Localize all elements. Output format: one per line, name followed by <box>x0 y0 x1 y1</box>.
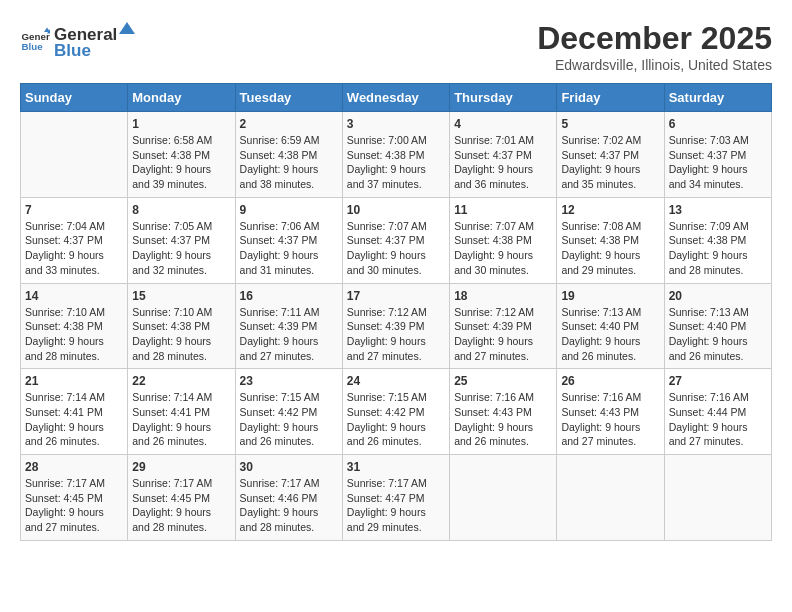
svg-marker-4 <box>119 22 135 34</box>
day-number: 10 <box>347 203 445 217</box>
day-info: Sunrise: 7:00 AM Sunset: 4:38 PM Dayligh… <box>347 133 445 192</box>
day-info: Sunrise: 7:08 AM Sunset: 4:38 PM Dayligh… <box>561 219 659 278</box>
day-number: 8 <box>132 203 230 217</box>
logo: General Blue General Blue <box>20 20 137 61</box>
day-number: 26 <box>561 374 659 388</box>
location-subtitle: Edwardsville, Illinois, United States <box>537 57 772 73</box>
day-info: Sunrise: 7:12 AM Sunset: 4:39 PM Dayligh… <box>454 305 552 364</box>
calendar-cell: 22Sunrise: 7:14 AM Sunset: 4:41 PM Dayli… <box>128 369 235 455</box>
page-header: General Blue General Blue December 2025 … <box>20 20 772 73</box>
day-number: 24 <box>347 374 445 388</box>
day-info: Sunrise: 7:17 AM Sunset: 4:45 PM Dayligh… <box>132 476 230 535</box>
day-info: Sunrise: 7:11 AM Sunset: 4:39 PM Dayligh… <box>240 305 338 364</box>
day-info: Sunrise: 7:13 AM Sunset: 4:40 PM Dayligh… <box>561 305 659 364</box>
calendar-cell: 24Sunrise: 7:15 AM Sunset: 4:42 PM Dayli… <box>342 369 449 455</box>
day-number: 20 <box>669 289 767 303</box>
calendar-cell: 13Sunrise: 7:09 AM Sunset: 4:38 PM Dayli… <box>664 197 771 283</box>
day-info: Sunrise: 7:15 AM Sunset: 4:42 PM Dayligh… <box>240 390 338 449</box>
calendar-cell: 18Sunrise: 7:12 AM Sunset: 4:39 PM Dayli… <box>450 283 557 369</box>
header-tuesday: Tuesday <box>235 84 342 112</box>
calendar-cell: 8Sunrise: 7:05 AM Sunset: 4:37 PM Daylig… <box>128 197 235 283</box>
calendar-cell: 7Sunrise: 7:04 AM Sunset: 4:37 PM Daylig… <box>21 197 128 283</box>
calendar-cell: 26Sunrise: 7:16 AM Sunset: 4:43 PM Dayli… <box>557 369 664 455</box>
day-number: 6 <box>669 117 767 131</box>
day-info: Sunrise: 6:59 AM Sunset: 4:38 PM Dayligh… <box>240 133 338 192</box>
calendar-cell <box>450 455 557 541</box>
header-thursday: Thursday <box>450 84 557 112</box>
day-info: Sunrise: 6:58 AM Sunset: 4:38 PM Dayligh… <box>132 133 230 192</box>
svg-text:Blue: Blue <box>22 41 44 52</box>
day-number: 25 <box>454 374 552 388</box>
calendar-cell: 3Sunrise: 7:00 AM Sunset: 4:38 PM Daylig… <box>342 112 449 198</box>
calendar-cell: 17Sunrise: 7:12 AM Sunset: 4:39 PM Dayli… <box>342 283 449 369</box>
day-number: 11 <box>454 203 552 217</box>
day-number: 9 <box>240 203 338 217</box>
calendar-cell: 9Sunrise: 7:06 AM Sunset: 4:37 PM Daylig… <box>235 197 342 283</box>
calendar-cell: 5Sunrise: 7:02 AM Sunset: 4:37 PM Daylig… <box>557 112 664 198</box>
day-number: 17 <box>347 289 445 303</box>
day-info: Sunrise: 7:10 AM Sunset: 4:38 PM Dayligh… <box>25 305 123 364</box>
calendar-cell: 20Sunrise: 7:13 AM Sunset: 4:40 PM Dayli… <box>664 283 771 369</box>
calendar-cell: 27Sunrise: 7:16 AM Sunset: 4:44 PM Dayli… <box>664 369 771 455</box>
calendar-cell: 15Sunrise: 7:10 AM Sunset: 4:38 PM Dayli… <box>128 283 235 369</box>
day-info: Sunrise: 7:02 AM Sunset: 4:37 PM Dayligh… <box>561 133 659 192</box>
day-info: Sunrise: 7:03 AM Sunset: 4:37 PM Dayligh… <box>669 133 767 192</box>
calendar-cell: 4Sunrise: 7:01 AM Sunset: 4:37 PM Daylig… <box>450 112 557 198</box>
calendar-cell: 29Sunrise: 7:17 AM Sunset: 4:45 PM Dayli… <box>128 455 235 541</box>
day-info: Sunrise: 7:16 AM Sunset: 4:43 PM Dayligh… <box>454 390 552 449</box>
calendar-week-row: 14Sunrise: 7:10 AM Sunset: 4:38 PM Dayli… <box>21 283 772 369</box>
calendar-cell: 1Sunrise: 6:58 AM Sunset: 4:38 PM Daylig… <box>128 112 235 198</box>
svg-text:General: General <box>22 30 51 41</box>
calendar-cell: 21Sunrise: 7:14 AM Sunset: 4:41 PM Dayli… <box>21 369 128 455</box>
calendar-cell: 10Sunrise: 7:07 AM Sunset: 4:37 PM Dayli… <box>342 197 449 283</box>
day-info: Sunrise: 7:17 AM Sunset: 4:47 PM Dayligh… <box>347 476 445 535</box>
day-number: 1 <box>132 117 230 131</box>
header-sunday: Sunday <box>21 84 128 112</box>
day-number: 15 <box>132 289 230 303</box>
calendar-cell: 11Sunrise: 7:07 AM Sunset: 4:38 PM Dayli… <box>450 197 557 283</box>
day-info: Sunrise: 7:07 AM Sunset: 4:37 PM Dayligh… <box>347 219 445 278</box>
logo-icon: General Blue <box>20 26 50 56</box>
calendar-cell: 28Sunrise: 7:17 AM Sunset: 4:45 PM Dayli… <box>21 455 128 541</box>
day-number: 22 <box>132 374 230 388</box>
day-number: 29 <box>132 460 230 474</box>
day-number: 23 <box>240 374 338 388</box>
day-number: 27 <box>669 374 767 388</box>
day-info: Sunrise: 7:17 AM Sunset: 4:46 PM Dayligh… <box>240 476 338 535</box>
calendar-table: SundayMondayTuesdayWednesdayThursdayFrid… <box>20 83 772 541</box>
calendar-cell: 31Sunrise: 7:17 AM Sunset: 4:47 PM Dayli… <box>342 455 449 541</box>
day-number: 16 <box>240 289 338 303</box>
calendar-cell: 2Sunrise: 6:59 AM Sunset: 4:38 PM Daylig… <box>235 112 342 198</box>
calendar-cell <box>664 455 771 541</box>
day-info: Sunrise: 7:16 AM Sunset: 4:43 PM Dayligh… <box>561 390 659 449</box>
day-info: Sunrise: 7:16 AM Sunset: 4:44 PM Dayligh… <box>669 390 767 449</box>
day-info: Sunrise: 7:12 AM Sunset: 4:39 PM Dayligh… <box>347 305 445 364</box>
calendar-cell: 23Sunrise: 7:15 AM Sunset: 4:42 PM Dayli… <box>235 369 342 455</box>
calendar-cell <box>21 112 128 198</box>
header-monday: Monday <box>128 84 235 112</box>
day-info: Sunrise: 7:07 AM Sunset: 4:38 PM Dayligh… <box>454 219 552 278</box>
calendar-week-row: 28Sunrise: 7:17 AM Sunset: 4:45 PM Dayli… <box>21 455 772 541</box>
calendar-header-row: SundayMondayTuesdayWednesdayThursdayFrid… <box>21 84 772 112</box>
day-info: Sunrise: 7:04 AM Sunset: 4:37 PM Dayligh… <box>25 219 123 278</box>
calendar-cell: 12Sunrise: 7:08 AM Sunset: 4:38 PM Dayli… <box>557 197 664 283</box>
day-number: 19 <box>561 289 659 303</box>
day-info: Sunrise: 7:05 AM Sunset: 4:37 PM Dayligh… <box>132 219 230 278</box>
calendar-cell: 6Sunrise: 7:03 AM Sunset: 4:37 PM Daylig… <box>664 112 771 198</box>
day-number: 7 <box>25 203 123 217</box>
calendar-cell: 14Sunrise: 7:10 AM Sunset: 4:38 PM Dayli… <box>21 283 128 369</box>
day-number: 2 <box>240 117 338 131</box>
header-wednesday: Wednesday <box>342 84 449 112</box>
day-info: Sunrise: 7:15 AM Sunset: 4:42 PM Dayligh… <box>347 390 445 449</box>
day-number: 30 <box>240 460 338 474</box>
day-info: Sunrise: 7:10 AM Sunset: 4:38 PM Dayligh… <box>132 305 230 364</box>
day-number: 18 <box>454 289 552 303</box>
day-number: 28 <box>25 460 123 474</box>
day-number: 5 <box>561 117 659 131</box>
day-number: 4 <box>454 117 552 131</box>
title-block: December 2025 Edwardsville, Illinois, Un… <box>537 20 772 73</box>
day-info: Sunrise: 7:13 AM Sunset: 4:40 PM Dayligh… <box>669 305 767 364</box>
day-number: 14 <box>25 289 123 303</box>
month-year-title: December 2025 <box>537 20 772 57</box>
day-number: 13 <box>669 203 767 217</box>
